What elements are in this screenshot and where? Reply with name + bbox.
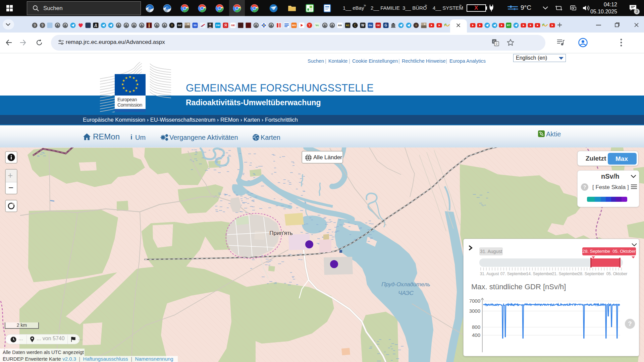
svg-text:Vc: Vc — [316, 24, 319, 27]
svg-text:Д: Д — [95, 23, 97, 27]
svg-text:Y: Y — [308, 23, 311, 27]
svg-text:W: W — [361, 23, 365, 27]
svg-text:RT: RT — [507, 24, 511, 27]
svg-text:Пруд-Охладитель: Пруд-Охладитель — [381, 281, 430, 288]
svg-text:MG: MG — [292, 24, 296, 26]
svg-text:9: 9 — [34, 23, 36, 27]
svg-text:Я: Я — [224, 23, 227, 27]
svg-text:9: 9 — [41, 23, 43, 27]
svg-text:400: 400 — [472, 332, 480, 338]
svg-text:Прип'ять: Прип'ять — [269, 230, 293, 236]
svg-text:DW: DW — [216, 24, 220, 26]
svg-text:SD: SD — [194, 24, 197, 26]
svg-text:7000: 7000 — [469, 298, 480, 304]
svg-text:AA: AA — [338, 24, 342, 27]
svg-text:KC: KC — [346, 24, 349, 26]
svg-text:G: G — [385, 23, 387, 27]
svg-text:Ge: Ge — [369, 24, 372, 27]
svg-text:C: C — [354, 23, 356, 27]
svg-text:GZ: GZ — [178, 24, 181, 27]
svg-text:⚜: ⚜ — [415, 24, 417, 27]
svg-text:3000: 3000 — [469, 308, 480, 314]
svg-text:文: 文 — [495, 42, 498, 46]
svg-text:800: 800 — [472, 324, 480, 330]
svg-text:GE: GE — [376, 24, 380, 26]
svg-text:ЧАЭС: ЧАЭС — [398, 290, 414, 296]
svg-text:GE: GE — [231, 24, 235, 27]
svg-text:✝: ✝ — [171, 24, 173, 27]
